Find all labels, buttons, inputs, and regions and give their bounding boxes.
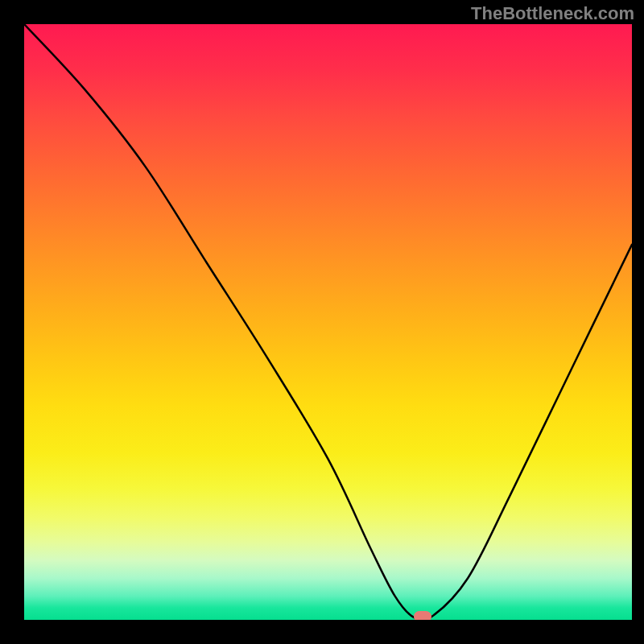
chart-curve-svg [24, 24, 632, 620]
optimal-point-marker [414, 611, 431, 620]
attribution-text: TheBottleneck.com [471, 3, 634, 24]
chart-plot-area [24, 24, 632, 620]
bottleneck-curve-line [24, 24, 632, 620]
